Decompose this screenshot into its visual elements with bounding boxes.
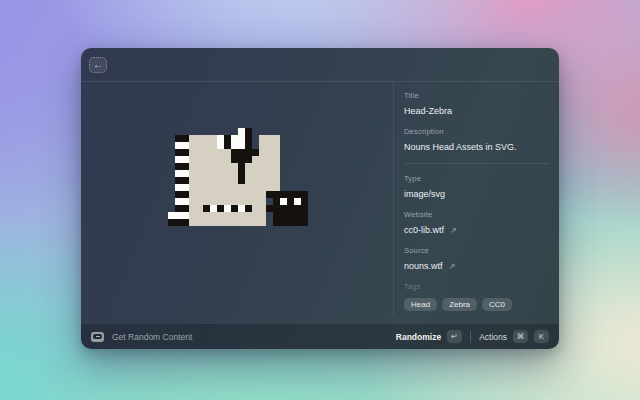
pixel-cell — [196, 156, 203, 163]
pixel-cell — [280, 128, 287, 135]
pixel-cell — [294, 142, 301, 149]
pixel-cell — [168, 184, 175, 191]
pixel-cell — [252, 212, 259, 219]
field-value[interactable]: cc0-lib.wtf — [404, 224, 444, 236]
pixel-cell — [259, 135, 266, 142]
pixel-cell — [210, 163, 217, 170]
pixel-cell — [168, 177, 175, 184]
pixel-cell — [245, 219, 252, 226]
pixel-cell — [182, 128, 189, 135]
pixel-cell — [252, 219, 259, 226]
pixel-cell — [273, 163, 280, 170]
back-button[interactable]: ← — [89, 57, 107, 73]
pixel-cell — [280, 170, 287, 177]
pixel-cell — [301, 212, 308, 219]
pixel-cell — [182, 198, 189, 205]
pixel-cell — [280, 149, 287, 156]
pixel-cell — [259, 212, 266, 219]
pixel-cell — [301, 205, 308, 212]
pixel-cell — [280, 184, 287, 191]
actions-button[interactable]: Actions ⌘ K — [479, 330, 549, 343]
pixel-cell — [168, 170, 175, 177]
pixel-cell — [266, 212, 273, 219]
pixel-cell — [182, 156, 189, 163]
pixel-cell — [245, 205, 252, 212]
pixel-cell — [273, 184, 280, 191]
field-value-row: Nouns Head Assets in SVG. — [404, 141, 549, 153]
pixel-cell — [231, 135, 238, 142]
pixel-cell — [252, 191, 259, 198]
pixel-cell — [238, 142, 245, 149]
pixel-cell — [203, 135, 210, 142]
pixel-cell — [280, 156, 287, 163]
pixel-cell — [259, 163, 266, 170]
pixel-cell — [238, 184, 245, 191]
pixel-cell — [168, 198, 175, 205]
pixel-cell — [210, 149, 217, 156]
pixel-cell — [217, 156, 224, 163]
tag-chip-zebra: Zebra — [442, 298, 477, 311]
command-title: Get Random Content — [112, 332, 192, 342]
pixel-cell — [266, 163, 273, 170]
pixel-cell — [196, 135, 203, 142]
window-titlebar: ← — [81, 48, 559, 82]
pixel-cell — [231, 205, 238, 212]
pixel-cell — [280, 219, 287, 226]
pixel-cell — [245, 135, 252, 142]
field-tags: TagsHeadZebraCC0Nouns — [404, 282, 549, 316]
pixel-cell — [203, 184, 210, 191]
pixel-cell — [189, 163, 196, 170]
back-arrow-icon: ← — [93, 59, 103, 70]
pixel-cell — [224, 170, 231, 177]
pixel-cell — [301, 128, 308, 135]
pixel-cell — [189, 149, 196, 156]
cmd-key-icon: ⌘ — [513, 330, 528, 343]
pixel-cell — [252, 198, 259, 205]
pixel-cell — [259, 184, 266, 191]
pixel-cell — [301, 156, 308, 163]
pixel-cell — [273, 191, 280, 198]
pixel-cell — [203, 212, 210, 219]
pixel-cell — [238, 156, 245, 163]
pixel-cell — [301, 198, 308, 205]
pixel-cell — [245, 177, 252, 184]
pixel-cell — [231, 184, 238, 191]
pixel-cell — [175, 177, 182, 184]
pixel-cell — [196, 205, 203, 212]
field-value[interactable]: nouns.wtf — [404, 260, 443, 272]
pixel-cell — [280, 135, 287, 142]
pixel-cell — [203, 205, 210, 212]
pixel-cell — [189, 128, 196, 135]
pixel-cell — [287, 212, 294, 219]
pixel-cell — [273, 219, 280, 226]
pixel-cell — [287, 128, 294, 135]
pixel-cell — [252, 135, 259, 142]
pixel-cell — [266, 219, 273, 226]
pixel-cell — [238, 135, 245, 142]
pixel-cell — [238, 170, 245, 177]
randomize-button[interactable]: Randomize ↵ — [396, 330, 462, 343]
pixel-cell — [252, 156, 259, 163]
pixel-cell — [224, 212, 231, 219]
pixel-cell — [182, 191, 189, 198]
pixel-cell — [168, 135, 175, 142]
pixel-cell — [238, 149, 245, 156]
extension-icon — [91, 332, 104, 342]
pixel-cell — [273, 177, 280, 184]
pixel-cell — [189, 177, 196, 184]
pixel-cell — [224, 184, 231, 191]
window-body: TitleHead-ZebraDescriptionNouns Head Ass… — [81, 82, 559, 323]
field-value-row: nouns.wtf↗ — [404, 260, 549, 272]
enter-key-icon: ↵ — [447, 330, 462, 343]
pixel-cell — [217, 142, 224, 149]
pixel-cell — [203, 191, 210, 198]
pixel-cell — [203, 219, 210, 226]
pixel-cell — [175, 191, 182, 198]
pixel-cell — [294, 149, 301, 156]
pixel-cell — [301, 142, 308, 149]
pixel-cell — [196, 128, 203, 135]
pixel-cell — [273, 149, 280, 156]
pixel-cell — [287, 170, 294, 177]
pixel-cell — [175, 163, 182, 170]
pixel-cell — [273, 156, 280, 163]
